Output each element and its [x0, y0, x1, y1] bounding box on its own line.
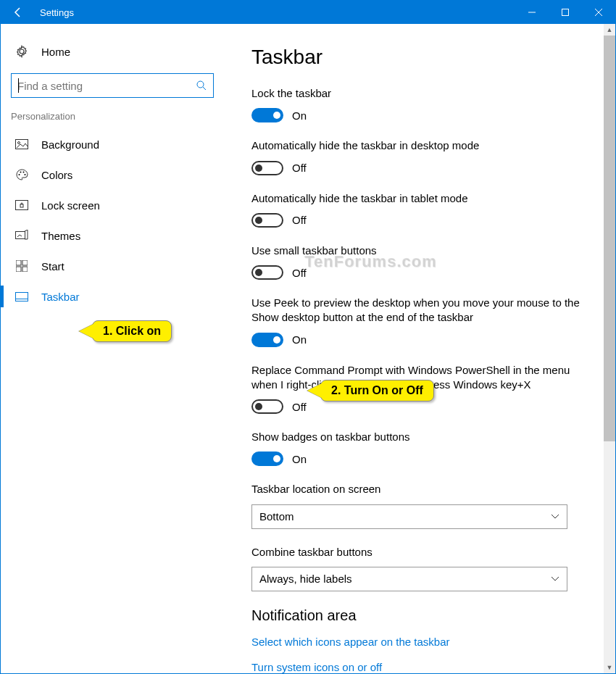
setting-label: Use Peek to preview the desktop when you…: [251, 296, 586, 325]
svg-rect-1: [562, 9, 569, 16]
picture-icon: [14, 139, 30, 149]
section-title: Notification area: [251, 607, 586, 624]
hide-desktop-toggle[interactable]: [251, 161, 283, 175]
sidebar-item-label: Background: [41, 138, 99, 151]
search-input[interactable]: [11, 73, 214, 98]
toggle-state: Off: [292, 162, 307, 174]
scrollbar-thumb[interactable]: [604, 36, 615, 441]
section-label: Personalization: [1, 111, 225, 129]
toggle-state: Off: [292, 214, 307, 226]
chevron-down-icon: [551, 576, 559, 582]
back-button[interactable]: [1, 1, 36, 24]
svg-rect-17: [16, 267, 21, 272]
gear-icon: [14, 45, 30, 58]
setting-label: Show badges on taskbar buttons: [251, 430, 586, 444]
window-title: Settings: [36, 7, 515, 18]
annotation-2: 2. Turn On or Off: [320, 380, 434, 402]
lockscreen-icon: [14, 200, 30, 210]
sidebar-item-label: Start: [41, 260, 64, 272]
link-select-icons[interactable]: Select which icons appear on the taskbar: [251, 636, 586, 648]
setting-label: Use small taskbar buttons: [251, 244, 586, 258]
combine-buttons-dropdown[interactable]: Always, hide labels: [251, 567, 567, 591]
sidebar: Home Personalization Background Colors L…: [1, 24, 225, 673]
svg-point-8: [19, 174, 20, 175]
lock-taskbar-toggle[interactable]: [251, 108, 283, 122]
chevron-down-icon: [551, 514, 559, 520]
sidebar-item-colors[interactable]: Colors: [1, 159, 225, 190]
scroll-up-icon[interactable]: ▲: [604, 24, 615, 36]
hide-tablet-toggle[interactable]: [251, 213, 283, 228]
home-nav[interactable]: Home: [1, 37, 225, 66]
dropdown-value: Always, hide labels: [259, 573, 352, 585]
svg-point-7: [18, 142, 20, 144]
maximize-button[interactable]: [549, 1, 582, 24]
svg-line-5: [203, 87, 206, 90]
setting-label: Combine taskbar buttons: [251, 545, 586, 559]
close-button[interactable]: [582, 1, 615, 24]
link-system-icons[interactable]: Turn system icons on or off: [251, 661, 586, 673]
titlebar: Settings: [1, 1, 615, 24]
main-content: Taskbar Lock the taskbar On Automaticall…: [225, 24, 615, 673]
setting-label: Taskbar location on screen: [251, 482, 586, 496]
palette-icon: [14, 168, 30, 181]
badges-toggle[interactable]: [251, 452, 283, 466]
annotation-1: 1. Click on: [92, 320, 172, 342]
peek-toggle[interactable]: [251, 333, 283, 347]
svg-rect-15: [16, 260, 21, 265]
scroll-down-icon[interactable]: ▼: [604, 662, 615, 673]
svg-rect-16: [22, 260, 28, 265]
sidebar-item-themes[interactable]: Themes: [1, 220, 225, 251]
toggle-state: Off: [292, 267, 307, 279]
svg-rect-12: [16, 201, 28, 210]
taskbar-location-dropdown[interactable]: Bottom: [251, 504, 567, 529]
sidebar-item-start[interactable]: Start: [1, 251, 225, 281]
svg-rect-13: [20, 204, 23, 207]
dropdown-value: Bottom: [259, 510, 294, 523]
themes-icon: [14, 230, 30, 241]
start-icon: [14, 260, 30, 272]
home-label: Home: [41, 46, 70, 58]
svg-point-4: [197, 81, 204, 88]
toggle-state: On: [292, 333, 307, 346]
sidebar-item-background[interactable]: Background: [1, 129, 225, 159]
sidebar-item-lockscreen[interactable]: Lock screen: [1, 190, 225, 220]
taskbar-icon: [14, 292, 30, 301]
scrollbar[interactable]: ▲ ▼: [604, 24, 615, 673]
setting-label: Automatically hide the taskbar in tablet…: [251, 191, 586, 206]
page-title: Taskbar: [251, 46, 586, 69]
svg-point-10: [23, 172, 25, 173]
svg-point-9: [20, 172, 22, 173]
toggle-state: On: [292, 453, 307, 465]
setting-label: Lock the taskbar: [251, 86, 586, 101]
svg-point-11: [25, 174, 26, 175]
sidebar-item-taskbar[interactable]: Taskbar: [1, 281, 225, 312]
sidebar-item-label: Themes: [41, 230, 80, 242]
sidebar-item-label: Colors: [41, 169, 72, 181]
sidebar-item-label: Lock screen: [41, 199, 100, 212]
powershell-toggle[interactable]: [251, 399, 283, 414]
minimize-button[interactable]: [515, 1, 549, 24]
sidebar-item-label: Taskbar: [41, 291, 80, 303]
small-buttons-toggle[interactable]: [251, 265, 283, 280]
toggle-state: On: [292, 109, 307, 122]
setting-label: Automatically hide the taskbar in deskto…: [251, 138, 586, 153]
search-icon: [196, 80, 207, 91]
svg-rect-19: [16, 292, 28, 301]
svg-rect-18: [22, 267, 28, 272]
toggle-state: Off: [292, 401, 307, 413]
